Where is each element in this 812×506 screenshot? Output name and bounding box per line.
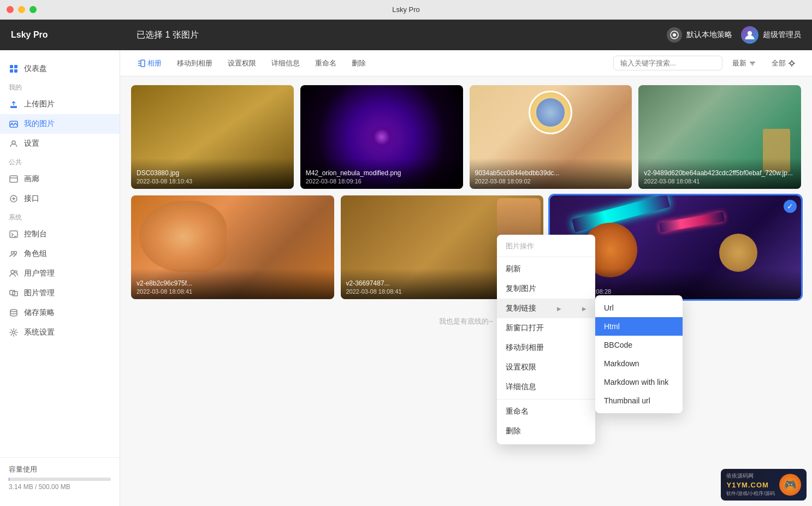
markdown-link-label: Markdown with link (604, 378, 668, 386)
context-menu-copy-link[interactable]: 复制链接 ▶ Url Html BBCode Markdown Markdown… (497, 299, 595, 318)
watermark-site: Y1YM.COM (726, 481, 775, 489)
markdown-label: Markdown (604, 359, 639, 368)
detail-info-label: 详细信息 (506, 382, 536, 392)
context-menu-move-album[interactable]: 移动到相册 (497, 338, 595, 358)
rename-ctx-label: 重命名 (506, 407, 529, 416)
submenu-markdown[interactable]: Markdown (595, 354, 683, 373)
html-label: Html (604, 322, 620, 331)
watermark-subtitle: 软件/游戏/小程序/源码 (726, 490, 775, 497)
move-album-label: 移动到相册 (506, 343, 544, 353)
watermark-content: 依依源码网 Y1YM.COM 软件/游戏/小程序/源码 (726, 472, 775, 497)
context-menu-detail[interactable]: 详细信息 (497, 377, 595, 397)
context-menu-copy-image[interactable]: 复制图片 (497, 279, 595, 299)
context-menu-rename[interactable]: 重命名 (497, 402, 595, 421)
watermark-site-prefix: 依依源码网 (726, 472, 775, 480)
open-new-label: 新窗口打开 (506, 323, 544, 333)
set-perm-label: 设置权限 (506, 362, 536, 372)
copy-link-label: 复制链接 (506, 303, 536, 313)
context-menu-delete[interactable]: 删除 (497, 421, 595, 441)
divider-2 (497, 399, 595, 400)
url-label: Url (604, 303, 614, 312)
context-menu-header: 图片操作 (497, 238, 595, 254)
submenu-thumbnail-url[interactable]: Thumbnail url (595, 391, 683, 410)
bbcode-label: BBCode (604, 341, 632, 349)
copy-image-label: 复制图片 (506, 284, 536, 294)
watermark-logo: 🎮 (779, 474, 801, 496)
thumbnail-url-label: Thumbnail url (604, 396, 650, 405)
submenu-markdown-link[interactable]: Markdown with link (595, 373, 683, 391)
watermark: 依依源码网 Y1YM.COM 软件/游戏/小程序/源码 🎮 (721, 469, 807, 501)
submenu-url[interactable]: Url (595, 299, 683, 317)
submenu-bbcode[interactable]: BBCode (595, 336, 683, 354)
context-menu: 图片操作 刷新 复制图片 复制链接 ▶ Url Html BBCode (497, 235, 595, 444)
context-menu-overlay: 图片操作 刷新 复制图片 复制链接 ▶ Url Html BBCode (0, 0, 812, 506)
submenu-html[interactable]: Html (595, 317, 683, 336)
divider (497, 257, 595, 257)
watermark-box: 依依源码网 Y1YM.COM 软件/游戏/小程序/源码 🎮 (721, 469, 807, 501)
copy-link-submenu: Url Html BBCode Markdown Markdown with l… (595, 295, 683, 413)
refresh-label: 刷新 (506, 264, 521, 274)
submenu-arrow: ▶ (557, 306, 561, 312)
context-menu-set-perm[interactable]: 设置权限 (497, 358, 595, 377)
context-menu-open-new[interactable]: 新窗口打开 (497, 318, 595, 338)
context-menu-refresh[interactable]: 刷新 (497, 259, 595, 279)
delete-ctx-label: 删除 (506, 426, 521, 436)
